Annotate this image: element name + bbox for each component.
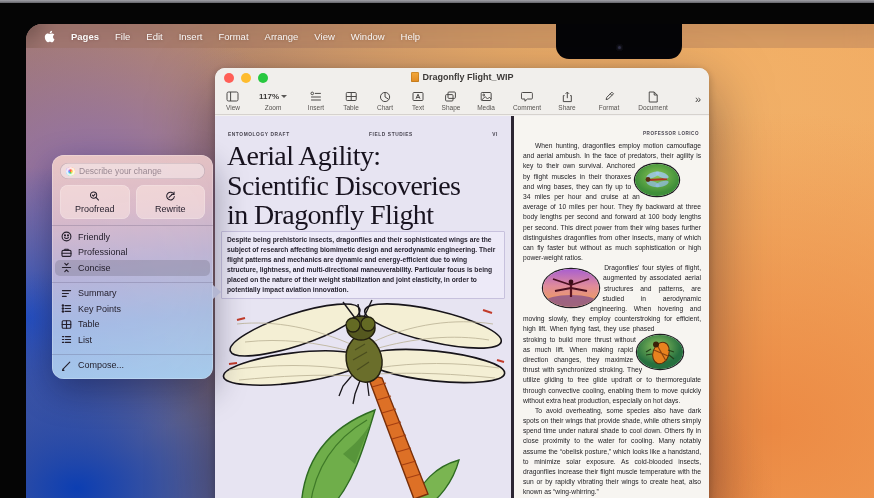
writing-tools-popup: Describe your change Proofread Rewrite (52, 155, 213, 379)
zoom-value: 117% (259, 92, 279, 101)
toolbar-document-button[interactable]: Document (638, 90, 668, 111)
insert-icon (308, 90, 324, 103)
format-brush-icon (599, 90, 620, 103)
menu-bar: Pages File Edit Insert Format Arrange Vi… (26, 24, 874, 48)
proofread-button[interactable]: Proofread (60, 185, 130, 219)
table-icon (343, 90, 359, 103)
menu-item-edit[interactable]: Edit (146, 31, 162, 42)
inline-image-dragonfly-sunset[interactable] (543, 269, 599, 307)
menu-item-view[interactable]: View (314, 31, 334, 42)
kicker-right: VI (492, 132, 498, 137)
option-friendly[interactable]: Friendly (52, 229, 213, 245)
apple-intelligence-icon (66, 167, 75, 176)
kicker-row: ENTOMOLOGY DRAFT FIELD STUDIES VI (228, 132, 498, 137)
chart-icon (377, 90, 393, 103)
chevron-down-icon (281, 95, 287, 98)
text-icon (412, 90, 424, 103)
bullet-list-icon (61, 303, 72, 314)
comment-icon (513, 90, 541, 103)
option-list[interactable]: List (52, 332, 213, 348)
share-icon (558, 90, 575, 103)
describe-change-input[interactable]: Describe your change (60, 163, 205, 179)
byline: PROFESSOR LORICO (643, 131, 699, 136)
rewrite-redo-icon (165, 191, 176, 202)
toolbar-table-button[interactable]: Table (343, 90, 359, 111)
menu-item-help[interactable]: Help (401, 31, 421, 42)
option-concise[interactable]: Concise (55, 260, 210, 276)
list-icon (61, 334, 72, 345)
toolbar-text-button[interactable]: Text (412, 90, 424, 111)
camera-icon (616, 44, 623, 51)
table-grid-icon (61, 319, 72, 330)
menu-item-format[interactable]: Format (218, 31, 248, 42)
pencil-icon (61, 360, 72, 371)
dragonfly-illustration (215, 294, 511, 498)
macbook-lid-edge (0, 0, 874, 3)
option-table[interactable]: Table (52, 317, 213, 333)
sidebar-icon (226, 90, 240, 103)
selected-intro-paragraph[interactable]: Despite being prehistoric insects, drago… (221, 231, 505, 299)
toolbar-share-button[interactable]: Share (558, 90, 575, 111)
paragraph-3: To avoid overheating, some species also … (523, 406, 701, 498)
apple-logo-icon (44, 30, 55, 43)
divider (52, 282, 213, 283)
kicker-center: FIELD STUDIES (369, 132, 413, 137)
primary-actions: Proofread Rewrite (60, 185, 205, 219)
menu-item-file[interactable]: File (115, 31, 130, 42)
toolbar-comment-button[interactable]: Comment (513, 90, 541, 111)
option-key-points[interactable]: Key Points (52, 301, 213, 317)
compress-icon (61, 262, 72, 273)
toolbar-zoom-control[interactable]: 117% Zoom (259, 90, 287, 111)
document-icon (411, 72, 419, 82)
proofread-magnifier-icon (89, 191, 100, 202)
menu-item-arrange[interactable]: Arrange (265, 31, 299, 42)
pages-window: Dragonfly Flight_WIP View 117% Zoom (215, 68, 709, 498)
toolbar-chart-button[interactable]: Chart (377, 90, 393, 111)
menu-item-pages[interactable]: Pages (71, 31, 99, 42)
toolbar-view-button[interactable]: View (226, 90, 240, 111)
document-page-icon (638, 90, 668, 103)
menu-item-window[interactable]: Window (351, 31, 385, 42)
popup-arrow (213, 285, 221, 299)
article-body: When hunting, dragonflies employ motion … (523, 141, 701, 498)
inline-image-dragonfly-green[interactable] (635, 164, 679, 196)
inline-image-beetle[interactable] (637, 335, 683, 369)
divider (52, 354, 213, 355)
option-compose[interactable]: Compose... (52, 358, 213, 374)
paragraph-2: Dragonflies' four styles of flight, augm… (523, 263, 701, 406)
input-placeholder: Describe your change (79, 166, 162, 176)
macbook-display: Pages File Edit Insert Format Arrange Vi… (0, 0, 874, 498)
shape-icon (442, 90, 461, 103)
media-icon (477, 90, 495, 103)
document-page-right[interactable]: PROFESSOR LORICO (514, 116, 709, 498)
toolbar-format-button[interactable]: Format (599, 90, 620, 111)
kicker-left: ENTOMOLOGY DRAFT (228, 132, 290, 137)
display-notch (556, 24, 682, 59)
window-toolbar: View 117% Zoom Insert Table (215, 88, 709, 115)
paragraph-1: When hunting, dragonflies employ motion … (523, 141, 701, 263)
desktop-wallpaper: Pages File Edit Insert Format Arrange Vi… (26, 24, 874, 498)
smiley-icon (61, 231, 72, 242)
option-professional[interactable]: Professional (52, 245, 213, 261)
document-canvas[interactable]: ENTOMOLOGY DRAFT FIELD STUDIES VI Aerial… (215, 116, 709, 498)
window-title-group: Dragonfly Flight_WIP (215, 72, 709, 82)
window-titlebar[interactable]: Dragonfly Flight_WIP (215, 68, 709, 88)
window-title: Dragonfly Flight_WIP (423, 72, 514, 82)
toolbar-media-button[interactable]: Media (477, 90, 495, 111)
article-headline: Aerial Agility: Scientific Discoveries i… (227, 141, 511, 230)
apple-menu[interactable] (44, 30, 55, 43)
summary-lines-icon (61, 288, 72, 299)
option-summary[interactable]: Summary (52, 286, 213, 302)
toolbar-insert-button[interactable]: Insert (308, 90, 324, 111)
toolbar-more-button[interactable]: » (695, 93, 701, 105)
rewrite-button[interactable]: Rewrite (136, 185, 206, 219)
briefcase-icon (61, 247, 72, 258)
toolbar-shape-button[interactable]: Shape (442, 90, 461, 111)
divider (52, 225, 213, 226)
menu-item-insert[interactable]: Insert (179, 31, 203, 42)
document-page-left[interactable]: ENTOMOLOGY DRAFT FIELD STUDIES VI Aerial… (215, 116, 511, 498)
